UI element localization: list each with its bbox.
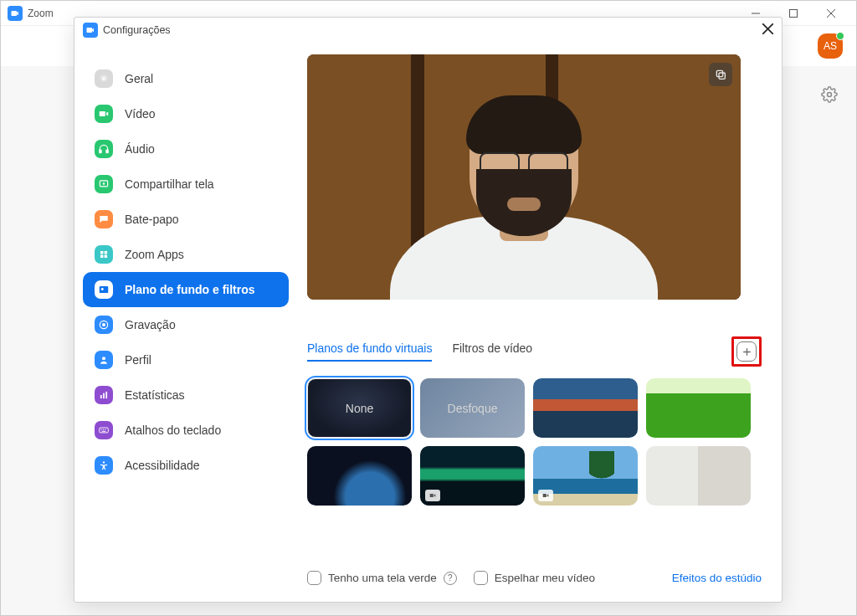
studio-effects-link[interactable]: Efeitos do estúdio [672,572,762,584]
sidebar-item-share[interactable]: Compartilhar tela [83,167,289,202]
bg-tile-none[interactable]: None [307,378,412,438]
svg-rect-11 [100,251,104,254]
svg-rect-27 [102,431,106,432]
sidebar-item-label: Estatísticas [125,388,185,402]
sidebar-item-label: Compartilhar tela [125,177,214,191]
close-main-button[interactable] [812,2,849,25]
bg-tile-aurora[interactable] [420,446,525,506]
sidebar-item-accessibility[interactable]: Acessibilidade [83,448,289,483]
gear-icon [95,69,113,88]
add-background-highlight [731,336,762,367]
sidebar-item-apps[interactable]: Zoom Apps [83,237,289,272]
main-window-title: Zoom [28,8,54,19]
bg-tile-bridge[interactable] [533,378,638,438]
background-grid: None Desfoque [307,378,762,506]
settings-titlebar: Configurações [74,18,782,43]
svg-rect-13 [100,255,104,259]
video-badge-icon [425,490,440,501]
checkbox-icon [307,571,321,585]
sidebar-item-label: Zoom Apps [125,248,184,261]
bg-tile-grass[interactable] [646,378,751,438]
svg-point-19 [102,357,105,360]
svg-rect-12 [105,251,107,254]
sidebar-item-chat[interactable]: Bate-papo [83,202,289,237]
green-screen-label: Tenho uma tela verde [328,572,437,584]
apps-icon [95,245,113,264]
sidebar-item-geral[interactable]: Geral [83,61,289,96]
record-icon [95,316,113,334]
bg-tile-label: Desfoque [448,402,498,415]
checkbox-icon [474,571,488,585]
profile-icon [95,351,113,369]
headphones-icon [95,140,113,158]
sidebar-item-label: Acessibilidade [125,459,200,472]
sidebar-item-label: Perfil [125,353,151,367]
sidebar-item-label: Bate-papo [125,213,179,226]
svg-rect-1 [789,9,797,17]
close-settings-button[interactable] [762,23,773,38]
tab-virtual-backgrounds[interactable]: Planos de fundo virtuais [307,341,432,362]
sidebar-item-shortcuts[interactable]: Atalhos do teclado [83,413,289,448]
share-screen-icon [95,175,113,193]
zoom-logo-icon [83,23,98,38]
bg-tile-earth[interactable] [307,446,412,506]
mirror-label: Espelhar meu vídeo [495,572,595,584]
add-background-button[interactable] [736,341,757,362]
bg-tile-label: None [346,402,373,415]
svg-point-18 [102,323,105,326]
sidebar-item-label: Geral [125,72,153,85]
video-badge-icon [538,490,553,501]
sidebar-item-video[interactable]: Vídeo [83,96,289,131]
background-icon [95,280,113,299]
svg-rect-14 [105,255,107,259]
settings-sidebar: Geral Vídeo Áudio Compartilhar tela Bate… [74,43,297,602]
sidebar-item-background-filters[interactable]: Plano de fundo e filtros [83,272,289,307]
bg-tile-office[interactable] [646,446,751,506]
bg-tabs: Planos de fundo virtuais Filtros de víde… [307,341,532,362]
svg-rect-8 [100,150,101,153]
sidebar-item-label: Vídeo [125,107,156,121]
sidebar-item-label: Gravação [125,318,176,331]
help-icon[interactable]: ? [444,572,457,585]
svg-point-25 [103,429,104,430]
sidebar-item-label: Áudio [125,142,155,156]
svg-rect-22 [105,392,107,398]
avatar[interactable]: AS [818,33,843,59]
svg-rect-29 [716,70,722,76]
keyboard-icon [95,421,113,439]
accessibility-icon [95,456,113,475]
svg-rect-21 [103,393,105,398]
video-preview [307,54,741,300]
sidebar-item-profile[interactable]: Perfil [83,342,289,377]
svg-point-16 [101,288,104,290]
svg-rect-23 [100,428,109,433]
svg-point-24 [101,429,102,430]
chat-icon [95,210,113,228]
sidebar-item-recording[interactable]: Gravação [83,307,289,342]
svg-point-4 [828,93,832,97]
sidebar-item-audio[interactable]: Áudio [83,131,289,167]
zoom-logo-icon [8,6,23,21]
svg-point-26 [105,429,105,430]
sidebar-item-label: Plano de fundo e filtros [125,283,255,296]
stats-icon [95,386,113,404]
background-options-row: Tenho uma tela verde ? Espelhar meu víde… [307,554,762,585]
settings-window: Configurações Geral Vídeo Áudio Comparti… [74,17,783,603]
svg-point-28 [103,461,105,463]
mirror-video-checkbox[interactable]: Espelhar meu vídeo [474,571,595,585]
bg-tile-beach[interactable] [533,446,638,506]
settings-content: Planos de fundo virtuais Filtros de víde… [297,43,782,602]
settings-gear-icon[interactable] [821,86,838,106]
rotate-camera-icon[interactable] [709,63,732,86]
sidebar-item-label: Atalhos do teclado [125,424,221,437]
svg-rect-9 [106,150,108,153]
sidebar-item-stats[interactable]: Estatísticas [83,377,289,413]
svg-rect-20 [100,395,102,398]
settings-title: Configurações [103,24,171,36]
svg-rect-30 [719,73,725,79]
bg-tile-blur[interactable]: Desfoque [420,378,525,438]
tab-video-filters[interactable]: Filtros de vídeo [452,341,532,362]
video-icon [95,105,113,123]
green-screen-checkbox[interactable]: Tenho uma tela verde ? [307,571,457,585]
